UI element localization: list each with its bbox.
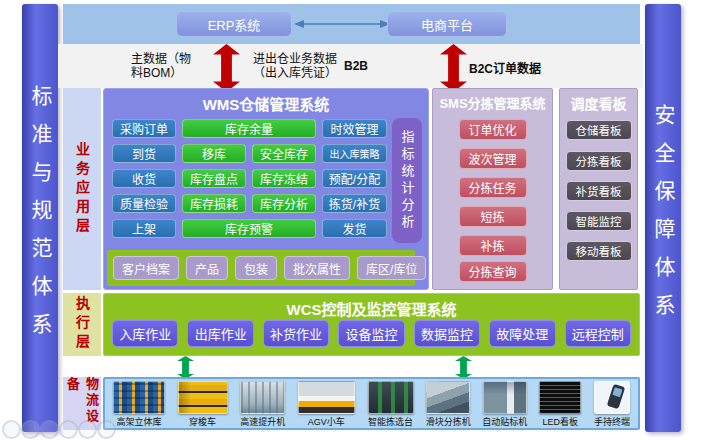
execution-layer-strip: 执行层	[63, 293, 101, 356]
equipment-item: AGV小车	[298, 381, 355, 428]
master-data-label: 主数据（物 料BOM）	[131, 52, 191, 80]
equipment-photo-asrs	[113, 381, 165, 414]
wms-module: 安全库存	[252, 144, 316, 163]
equipment-item: 滑块分拣机	[426, 381, 470, 428]
dashboard-title: 调度看板	[560, 93, 637, 113]
equipment-photo-picking-station	[368, 381, 414, 414]
sms-module: 短拣	[459, 206, 527, 227]
wms-module: 库存冻结	[252, 169, 316, 188]
wcs-module: 设备监控	[338, 320, 404, 347]
wms-panel: WMS仓储管理系统 采购订单 库存余量 时效管理 到货 移库 安全库存 出入库策…	[103, 88, 429, 290]
equipment-item: 高速提升机	[240, 381, 285, 428]
equipment-photo-led-board	[539, 381, 581, 414]
wcs-device-arrow-icon	[177, 356, 194, 379]
business-layer-label: 业务应用层	[72, 142, 92, 237]
security-pillar-label: 安全保障体系	[648, 104, 678, 332]
external-systems-band: ERP系统 电商平台	[63, 4, 640, 44]
erp-system-box: ERP系统	[176, 11, 292, 37]
wms-title: WMS仓储管理系统	[104, 93, 428, 114]
dashboard-panel: 调度看板 仓储看板 分拣看板 补货看板 智能监控 移动看板	[559, 88, 638, 290]
wms-module: 移库	[182, 144, 246, 163]
wcs-title: WCS控制及监控管理系统	[104, 298, 639, 319]
base-data-item: 产品	[186, 256, 228, 280]
wcs-module: 补货作业	[263, 320, 329, 347]
kpi-statistics-box: 指标统计分析	[392, 118, 422, 243]
handheld-terminal-icon	[607, 384, 626, 410]
equipment-item: 自动贴标机	[483, 381, 527, 428]
wms-module: 上架	[112, 219, 176, 238]
wcs-panel: WCS控制及监控管理系统 入库作业 出库作业 补货作业 设备监控 数据监控 故障…	[103, 293, 640, 356]
equipment-photo-labeler	[483, 381, 527, 414]
b2c-order-label: B2C订单数据	[469, 59, 541, 76]
sms-module: 订单优化	[459, 119, 527, 140]
wcs-module: 出库作业	[187, 320, 253, 347]
wms-module: 出入库策略	[322, 144, 387, 163]
sms-module: 补拣	[459, 235, 527, 256]
inout-data-label: 进出仓业务数据 （出入库凭证）	[253, 52, 337, 80]
wcs-module: 故障处理	[489, 320, 555, 347]
erp-ecom-bidirectional-arrow-icon	[294, 18, 390, 30]
dashboard-module: 仓储看板	[566, 120, 632, 140]
master-data-strip: 客户档案 产品 包装 批次属性 库区/库位	[107, 250, 415, 286]
wms-module: 库存余量	[182, 119, 316, 138]
b2b-label: B2B	[344, 59, 368, 73]
dashboard-module: 移动看板	[566, 241, 632, 261]
sms-title: SMS分拣管理系统	[433, 93, 552, 112]
equipment-photo-sorter	[426, 381, 470, 414]
security-pillar: 安全保障体系	[645, 4, 681, 432]
base-data-item: 包装	[235, 256, 277, 280]
equipment-item: 高架立体库	[113, 381, 165, 428]
wms-module: 库存损耗	[182, 194, 246, 213]
wcs-module: 入库作业	[112, 320, 178, 347]
sms-module: 分拣查询	[459, 261, 527, 282]
base-data-item: 批次属性	[284, 256, 350, 280]
wms-module: 质量检验	[112, 194, 176, 213]
wms-module: 收货	[112, 169, 176, 188]
wms-module: 发货	[322, 219, 387, 238]
equipment-item: 智能拣选台	[368, 381, 414, 428]
wms-module: 拣货/补货	[322, 194, 387, 213]
business-layer-strip: 业务应用层	[63, 88, 101, 290]
wms-module: 到货	[112, 144, 176, 163]
ecommerce-platform-box: 电商平台	[387, 11, 507, 37]
wcs-module: 数据监控	[414, 320, 480, 347]
wms-module: 采购订单	[112, 119, 176, 138]
equipment-photo-shuttle	[178, 381, 228, 414]
sms-module: 分拣任务	[459, 177, 527, 198]
wms-module: 时效管理	[322, 119, 387, 138]
sms-module: 波次管理	[459, 148, 527, 169]
equipment-panel: 高架立体库 穿梭车 高速提升机 AGV小车 智能拣选台 滑块分拣机 自动贴标机	[103, 377, 640, 430]
execution-layer-label: 执行层	[72, 296, 92, 353]
wms-module: 预配/分配	[322, 169, 387, 188]
dashboard-module: 分拣看板	[566, 151, 632, 171]
equipment-photo-hoist	[240, 381, 285, 414]
equipment-photo-agv	[298, 381, 355, 414]
standards-pillar-label: 标准与规范体系	[25, 85, 55, 351]
base-data-item: 客户档案	[113, 256, 179, 280]
equipment-item: 穿梭车	[178, 381, 228, 428]
dashboard-module: 补货看板	[566, 181, 632, 201]
equipment-photo-handheld	[594, 381, 630, 414]
equipment-item: LED看板	[539, 381, 581, 428]
wcs-module-row: 入库作业 出库作业 补货作业 设备监控 数据监控 故障处理 远程控制	[112, 320, 631, 347]
sms-panel: SMS分拣管理系统 订单优化 波次管理 分拣任务 短拣 补拣 分拣查询	[432, 88, 553, 290]
wms-architecture-diagram: 标准与规范体系 安全保障体系 ERP系统 电商平台 主数据（物 料BOM） 进出…	[0, 0, 703, 440]
wcs-device-arrow-icon	[455, 356, 472, 379]
wms-module: 库存分析	[252, 194, 316, 213]
standards-pillar: 标准与规范体系	[22, 4, 58, 432]
equipment-item: 手持终端	[594, 381, 630, 428]
base-data-item: 库区/库位	[357, 256, 426, 280]
wms-module: 库存盘点	[182, 169, 246, 188]
wcs-module: 远程控制	[565, 320, 631, 347]
wms-module-grid: 采购订单 库存余量 时效管理 到货 移库 安全库存 出入库策略 收货 库存盘点 …	[112, 119, 387, 238]
dashboard-module: 智能监控	[566, 211, 632, 231]
wms-module: 库存预警	[182, 219, 316, 238]
